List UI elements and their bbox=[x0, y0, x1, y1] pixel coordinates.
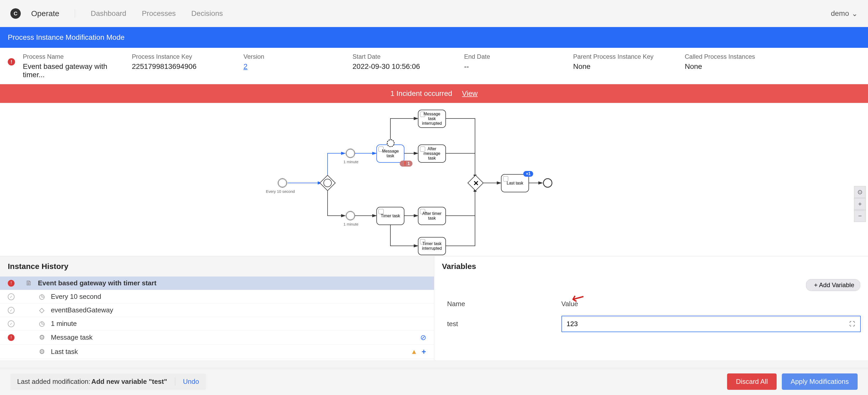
timer-lower-label: 1 minute bbox=[335, 222, 367, 226]
user-menu[interactable]: demo ⌄ bbox=[831, 9, 858, 18]
after-timer-task-node[interactable]: After timer task bbox=[418, 207, 446, 225]
user-name: demo bbox=[831, 9, 849, 18]
cancel-icon[interactable]: ⊘ bbox=[420, 333, 426, 342]
history-label: 1 minute bbox=[51, 320, 426, 328]
end-date-label: End Date bbox=[464, 53, 558, 60]
end-date-value: -- bbox=[464, 62, 558, 71]
called-label: Called Process Instances bbox=[685, 53, 755, 60]
success-icon: ✓ bbox=[8, 307, 14, 314]
version-link[interactable]: 2 bbox=[244, 62, 337, 71]
gateway-icon: ◇ bbox=[38, 306, 46, 314]
parent-key-value: None bbox=[573, 62, 669, 71]
gear-icon bbox=[420, 209, 425, 214]
zoom-in-button[interactable]: + bbox=[854, 198, 866, 210]
warning-icon: ▲ bbox=[411, 348, 417, 356]
history-label: Last task bbox=[51, 348, 405, 356]
history-row[interactable]: ✓ ◷ Every 10 second bbox=[0, 290, 434, 304]
timer-task-node[interactable]: Timer task bbox=[376, 207, 404, 225]
gear-icon: ⚙ bbox=[38, 334, 46, 341]
start-event[interactable] bbox=[278, 178, 287, 188]
history-row[interactable]: ! ⚙ Message task ⊘ bbox=[0, 331, 434, 345]
timer-event-lower[interactable] bbox=[346, 211, 355, 220]
incident-icon: ! bbox=[8, 58, 15, 65]
instance-key-label: Process Instance Key bbox=[132, 53, 228, 60]
add-variable-button[interactable]: + Add Variable bbox=[806, 279, 860, 291]
last-task-node[interactable]: Last task bbox=[501, 174, 529, 192]
zoom-reset-button[interactable]: ⊙ bbox=[854, 186, 866, 198]
start-date-label: Start Date bbox=[352, 53, 448, 60]
instance-history-panel: Instance History ! 🗎 Event based gateway… bbox=[0, 256, 434, 360]
success-icon: ✓ bbox=[8, 320, 14, 327]
history-row[interactable]: ✓ ◷ 1 minute bbox=[0, 317, 434, 331]
instance-meta-bar: ! Process Name Event based gateway with … bbox=[0, 48, 868, 84]
parent-key-label: Parent Process Instance Key bbox=[573, 53, 669, 60]
variables-title: Variables bbox=[434, 256, 868, 277]
instance-key-value: 2251799813694906 bbox=[132, 62, 228, 71]
process-name-label: Process Name bbox=[23, 53, 116, 60]
start-event-label: Every 10 second bbox=[265, 189, 296, 194]
history-label: eventBasedGateway bbox=[51, 306, 426, 314]
error-icon: ! bbox=[8, 334, 14, 341]
nav-decisions[interactable]: Decisions bbox=[191, 9, 223, 18]
called-value: None bbox=[685, 62, 755, 71]
history-label: Every 10 second bbox=[51, 292, 426, 301]
end-event[interactable] bbox=[543, 178, 552, 188]
exclusive-gateway[interactable]: ✕ bbox=[467, 175, 484, 191]
bpmn-diagram[interactable]: Every 10 second 1 minute Message task ❗1… bbox=[0, 103, 868, 256]
message-boundary-event[interactable] bbox=[387, 139, 395, 147]
modification-message: Last added modification: Add new variabl… bbox=[10, 373, 206, 390]
history-row[interactable]: ✓ ◇ eventBasedGateway bbox=[0, 304, 434, 317]
app-header: C Operate Dashboard Processes Decisions … bbox=[0, 0, 868, 27]
incident-banner: 1 Incident occurred View bbox=[0, 84, 868, 103]
variables-panel: Variables + Add Variable Name Value test… bbox=[434, 256, 868, 360]
gear-icon bbox=[378, 209, 384, 214]
incident-text: 1 Incident occurred bbox=[391, 89, 452, 97]
zoom-controls: ⊙ + − bbox=[854, 186, 866, 222]
gear-icon bbox=[420, 239, 425, 244]
event-based-gateway[interactable] bbox=[319, 175, 336, 191]
success-icon: ✓ bbox=[8, 293, 14, 300]
gear-icon: ⚙ bbox=[38, 348, 46, 356]
instance-history-title: Instance History bbox=[0, 256, 434, 277]
add-icon[interactable]: + bbox=[422, 347, 426, 356]
history-row[interactable]: ⚙ Last task ▲ + bbox=[0, 345, 434, 359]
clock-icon: ◷ bbox=[38, 320, 46, 328]
message-task-node[interactable]: Message task bbox=[376, 144, 404, 163]
incident-badge: ❗1 bbox=[400, 161, 412, 167]
gear-icon bbox=[503, 176, 508, 181]
token-badge: +1 bbox=[523, 171, 533, 177]
apply-modifications-button[interactable]: Apply Modifications bbox=[782, 373, 858, 390]
zoom-out-button[interactable]: − bbox=[854, 210, 866, 222]
expand-icon[interactable]: ⛶ bbox=[849, 321, 855, 328]
error-icon: ! bbox=[8, 280, 14, 287]
after-message-task-node[interactable]: After message task bbox=[418, 144, 446, 163]
discard-all-button[interactable]: Discard All bbox=[727, 373, 777, 390]
chevron-down-icon: ⌄ bbox=[851, 9, 858, 18]
variable-row: test ⛶ bbox=[447, 316, 855, 332]
history-label: Event based gateway with timer start bbox=[38, 279, 426, 287]
timer-event-upper[interactable] bbox=[346, 149, 355, 158]
timer-interrupted-node[interactable]: Timer task interrupted bbox=[418, 237, 446, 255]
variable-value-input[interactable] bbox=[561, 316, 861, 332]
modification-mode-banner: Process Instance Modification Mode bbox=[0, 27, 868, 48]
nav-dashboard[interactable]: Dashboard bbox=[91, 9, 126, 18]
var-value-header: Value bbox=[561, 300, 855, 308]
start-date-value: 2022-09-30 10:56:06 bbox=[352, 62, 448, 71]
gear-icon bbox=[378, 147, 384, 152]
timer-upper-label: 1 minute bbox=[335, 160, 367, 164]
footer-bar: Last added modification: Add new variabl… bbox=[0, 368, 868, 395]
var-name-header: Name bbox=[447, 300, 561, 308]
app-logo: C bbox=[10, 8, 21, 19]
nav-processes[interactable]: Processes bbox=[142, 9, 176, 18]
document-icon: 🗎 bbox=[25, 279, 33, 287]
message-interrupted-node[interactable]: Message task interrupted bbox=[418, 110, 446, 128]
process-name-value: Event based gateway with timer... bbox=[23, 62, 116, 79]
gear-icon bbox=[420, 112, 425, 117]
incident-view-link[interactable]: View bbox=[462, 89, 477, 97]
clock-icon: ◷ bbox=[38, 293, 46, 301]
version-label: Version bbox=[244, 53, 337, 60]
history-label: Message task bbox=[51, 333, 415, 341]
history-row[interactable]: ! 🗎 Event based gateway with timer start bbox=[0, 277, 434, 290]
undo-link[interactable]: Undo bbox=[175, 377, 199, 386]
gear-icon bbox=[420, 147, 425, 152]
